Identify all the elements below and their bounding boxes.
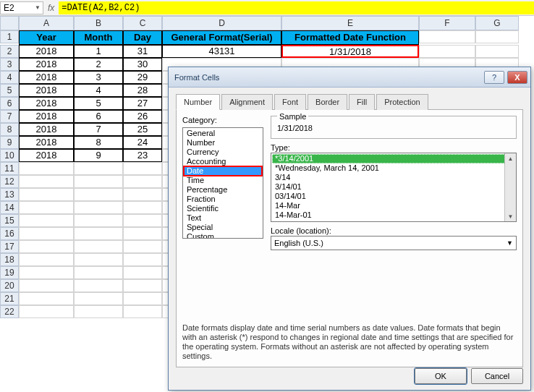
category-custom[interactable]: Custom (184, 232, 262, 239)
category-scientific[interactable]: Scientific (184, 204, 262, 213)
help-button[interactable]: ? (484, 71, 504, 84)
cell-B5[interactable]: 4 (74, 84, 123, 97)
cell-G1[interactable] (475, 30, 519, 43)
select-all-corner[interactable] (0, 16, 19, 30)
cell-B13[interactable] (74, 188, 123, 201)
category-list[interactable]: GeneralNumberCurrencyAccountingDateTimeP… (182, 127, 263, 239)
category-time[interactable]: Time (184, 176, 262, 185)
cell-A20[interactable] (19, 279, 74, 292)
cell-C3[interactable]: 30 (123, 58, 162, 71)
row-header-9[interactable]: 9 (0, 136, 19, 149)
cell-B10[interactable]: 9 (74, 149, 123, 162)
category-number[interactable]: Number (184, 138, 262, 148)
cell-F1[interactable] (419, 30, 475, 43)
chevron-down-icon[interactable]: ▼ (35, 1, 43, 14)
cell-A9[interactable]: 2018 (19, 136, 74, 149)
cell-C22[interactable] (123, 305, 162, 318)
row-header-2[interactable]: 2 (0, 45, 19, 58)
row-header-20[interactable]: 20 (0, 279, 19, 292)
row-header-1[interactable]: 1 (0, 30, 19, 43)
cell-C2[interactable]: 31 (123, 45, 162, 58)
col-header-G[interactable]: G (475, 16, 519, 30)
cell-B16[interactable] (74, 227, 123, 240)
cell-C19[interactable] (123, 266, 162, 279)
header-C[interactable]: Day (123, 30, 162, 45)
cell-C4[interactable]: 29 (123, 71, 162, 84)
row-header-15[interactable]: 15 (0, 214, 19, 227)
close-button[interactable]: X (507, 71, 527, 84)
cell-B21[interactable] (74, 292, 123, 305)
row-header-11[interactable]: 11 (0, 162, 19, 175)
scrollbar[interactable]: ▲ ▼ (504, 153, 516, 221)
cell-E2[interactable]: 1/31/2018 (281, 45, 419, 58)
cell-A6[interactable]: 2018 (19, 97, 74, 110)
cell-A7[interactable]: 2018 (19, 110, 74, 123)
name-box[interactable]: E2 ▼ (0, 1, 43, 14)
row-header-12[interactable]: 12 (0, 175, 19, 188)
col-header-F[interactable]: F (419, 16, 475, 30)
tab-fill[interactable]: Fill (349, 94, 375, 110)
cell-C7[interactable]: 26 (123, 110, 162, 123)
cell-D2[interactable]: 43131 (162, 45, 281, 58)
cell-A18[interactable] (19, 253, 74, 266)
cell-A8[interactable]: 2018 (19, 123, 74, 136)
cell-B14[interactable] (74, 201, 123, 214)
cell-A21[interactable] (19, 292, 74, 305)
row-header-4[interactable]: 4 (0, 71, 19, 84)
cell-C20[interactable] (123, 279, 162, 292)
cell-B18[interactable] (74, 253, 123, 266)
row-header-3[interactable]: 3 (0, 58, 19, 71)
cell-C16[interactable] (123, 227, 162, 240)
cell-A5[interactable]: 2018 (19, 84, 74, 97)
cell-A22[interactable] (19, 305, 74, 318)
header-E[interactable]: Formatted Date Function (281, 30, 419, 45)
formula-bar[interactable]: =DATE(A2,B2,C2) (59, 1, 534, 14)
row-header-14[interactable]: 14 (0, 201, 19, 214)
cell-A4[interactable]: 2018 (19, 71, 74, 84)
cell-B6[interactable]: 5 (74, 97, 123, 110)
cell-B9[interactable]: 8 (74, 136, 123, 149)
tab-font[interactable]: Font (274, 94, 306, 110)
cell-A11[interactable] (19, 162, 74, 175)
cell-C17[interactable] (123, 240, 162, 253)
locale-select[interactable]: English (U.S.) ▼ (271, 236, 517, 250)
header-D[interactable]: General Format(Serial) (162, 30, 281, 45)
row-header-8[interactable]: 8 (0, 123, 19, 136)
row-header-22[interactable]: 22 (0, 305, 19, 318)
row-header-10[interactable]: 10 (0, 149, 19, 162)
cell-C6[interactable]: 27 (123, 97, 162, 110)
cell-A17[interactable] (19, 240, 74, 253)
cell-B4[interactable]: 3 (74, 71, 123, 84)
col-header-D[interactable]: D (162, 16, 281, 30)
cell-B12[interactable] (74, 175, 123, 188)
cell-A19[interactable] (19, 266, 74, 279)
tab-number[interactable]: Number (176, 94, 220, 110)
cell-C21[interactable] (123, 292, 162, 305)
category-fraction[interactable]: Fraction (184, 195, 262, 204)
col-header-B[interactable]: B (74, 16, 123, 30)
cell-B22[interactable] (74, 305, 123, 318)
cell-G2[interactable] (475, 45, 519, 58)
col-header-E[interactable]: E (281, 16, 419, 30)
row-header-13[interactable]: 13 (0, 188, 19, 201)
type-option[interactable]: *3/14/2001 (272, 154, 515, 163)
cell-C15[interactable] (123, 214, 162, 227)
ok-button[interactable]: OK (415, 368, 467, 384)
type-option[interactable]: 3/14/01 (272, 182, 515, 192)
row-header-19[interactable]: 19 (0, 266, 19, 279)
header-B[interactable]: Month (74, 30, 123, 45)
cell-C10[interactable]: 23 (123, 149, 162, 162)
cell-B15[interactable] (74, 214, 123, 227)
cell-C8[interactable]: 25 (123, 123, 162, 136)
dialog-titlebar[interactable]: Format Cells ? X (169, 67, 530, 88)
type-option[interactable]: 3/14 (272, 173, 515, 182)
type-option[interactable]: 14-Mar (272, 201, 515, 210)
category-special[interactable]: Special (184, 223, 262, 232)
col-header-A[interactable]: A (19, 16, 74, 30)
scroll-up-icon[interactable]: ▲ (508, 153, 514, 163)
row-header-6[interactable]: 6 (0, 97, 19, 110)
cell-A15[interactable] (19, 214, 74, 227)
category-date[interactable]: Date (184, 166, 262, 176)
category-accounting[interactable]: Accounting (184, 157, 262, 166)
row-header-5[interactable]: 5 (0, 84, 19, 97)
